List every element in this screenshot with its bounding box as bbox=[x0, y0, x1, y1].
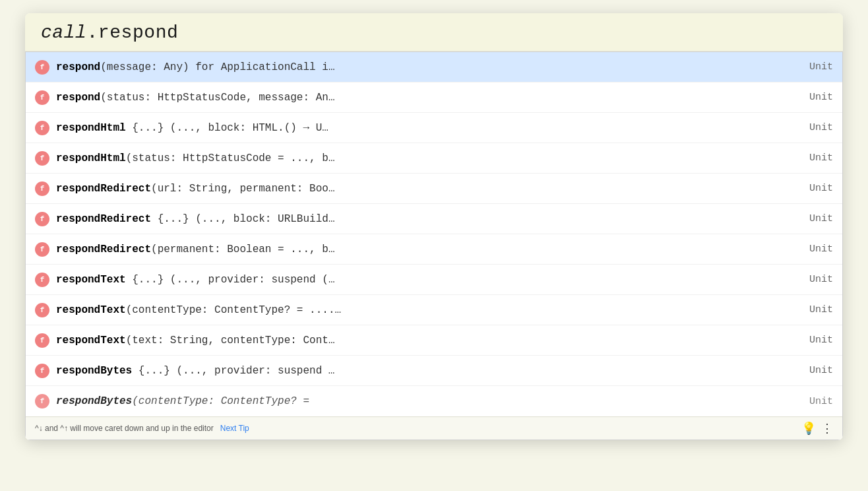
item-text: respondText(contentType: ContentType? = … bbox=[56, 304, 799, 316]
function-icon: f bbox=[35, 273, 49, 287]
editor-header: call.respond bbox=[25, 13, 843, 51]
function-icon: f bbox=[35, 394, 49, 409]
autocomplete-item[interactable]: f respondText {...} (..., provider: susp… bbox=[26, 265, 842, 295]
function-icon: f bbox=[35, 121, 49, 135]
function-icon: f bbox=[35, 333, 49, 348]
function-icon: f bbox=[35, 151, 49, 166]
item-text: respondText {...} (..., provider: suspen… bbox=[56, 274, 799, 286]
status-bar: ^↓ and ^↑ will move caret down and up in… bbox=[26, 416, 842, 440]
autocomplete-item[interactable]: f respond(message: Any) for ApplicationC… bbox=[26, 52, 842, 82]
code-dot: . bbox=[86, 22, 98, 43]
item-return-type: Unit bbox=[809, 365, 833, 376]
item-return-type: Unit bbox=[809, 92, 833, 103]
autocomplete-item[interactable]: f respondHtml(status: HttpStatusCode = .… bbox=[26, 143, 842, 174]
autocomplete-item[interactable]: f respondBytes(contentType: ContentType?… bbox=[26, 386, 842, 416]
code-suffix: respond bbox=[98, 22, 179, 43]
item-text: respondRedirect(permanent: Boolean = ...… bbox=[56, 244, 799, 255]
item-text: respondText(text: String, contentType: C… bbox=[56, 335, 799, 346]
item-return-type: Unit bbox=[809, 152, 833, 164]
autocomplete-item[interactable]: f respond(status: HttpStatusCode, messag… bbox=[26, 82, 842, 113]
function-icon: f bbox=[35, 90, 49, 105]
bulb-icon[interactable]: 💡 bbox=[801, 421, 816, 436]
item-text: respondRedirect {...} (..., block: URLBu… bbox=[56, 213, 799, 225]
item-return-type: Unit bbox=[809, 396, 833, 407]
autocomplete-panel: f respond(message: Any) for ApplicationC… bbox=[25, 51, 843, 440]
autocomplete-item[interactable]: f respondRedirect(url: String, permanent… bbox=[26, 174, 842, 204]
function-icon: f bbox=[35, 60, 49, 75]
item-return-type: Unit bbox=[809, 244, 833, 255]
tip-instruction: ^↓ and ^↑ will move caret down and up in… bbox=[35, 424, 214, 433]
function-icon: f bbox=[35, 212, 49, 226]
status-icons: 💡 ⋮ bbox=[801, 421, 833, 436]
item-return-type: Unit bbox=[809, 213, 833, 224]
editor-code-display: call.respond bbox=[41, 22, 178, 43]
function-icon: f bbox=[35, 242, 49, 257]
item-return-type: Unit bbox=[809, 183, 833, 194]
autocomplete-item[interactable]: f respondRedirect(permanent: Boolean = .… bbox=[26, 234, 842, 265]
item-return-type: Unit bbox=[809, 304, 833, 315]
next-tip-button[interactable]: Next Tip bbox=[220, 424, 249, 433]
item-text: respondBytes {...} (..., provider: suspe… bbox=[56, 365, 799, 377]
function-icon: f bbox=[35, 303, 49, 317]
autocomplete-item[interactable]: f respondHtml {...} (..., block: HTML.()… bbox=[26, 113, 842, 143]
function-icon: f bbox=[35, 364, 49, 378]
item-text: respondRedirect(url: String, permanent: … bbox=[56, 183, 799, 195]
function-icon: f bbox=[35, 181, 49, 196]
item-text: respondBytes(contentType: ContentType? = bbox=[56, 395, 799, 407]
autocomplete-item[interactable]: f respondBytes {...} (..., provider: sus… bbox=[26, 356, 842, 386]
autocomplete-item[interactable]: f respondRedirect {...} (..., block: URL… bbox=[26, 204, 842, 234]
tip-text: ^↓ and ^↑ will move caret down and up in… bbox=[35, 424, 801, 433]
item-text: respondHtml {...} (..., block: HTML.() →… bbox=[56, 122, 799, 134]
item-return-type: Unit bbox=[809, 61, 833, 73]
item-return-type: Unit bbox=[809, 274, 833, 285]
more-options-icon[interactable]: ⋮ bbox=[821, 421, 833, 436]
autocomplete-list: f respond(message: Any) for ApplicationC… bbox=[26, 52, 842, 416]
item-text: respond(status: HttpStatusCode, message:… bbox=[56, 92, 799, 104]
item-text: respond(message: Any) for ApplicationCal… bbox=[56, 61, 799, 73]
item-text: respondHtml(status: HttpStatusCode = ...… bbox=[56, 152, 799, 164]
item-return-type: Unit bbox=[809, 122, 833, 133]
item-return-type: Unit bbox=[809, 335, 833, 346]
autocomplete-item[interactable]: f respondText(text: String, contentType:… bbox=[26, 325, 842, 356]
autocomplete-item[interactable]: f respondText(contentType: ContentType? … bbox=[26, 295, 842, 325]
autocomplete-window: call.respond f respond(message: Any) for… bbox=[25, 13, 843, 440]
code-prefix: call bbox=[41, 22, 86, 43]
